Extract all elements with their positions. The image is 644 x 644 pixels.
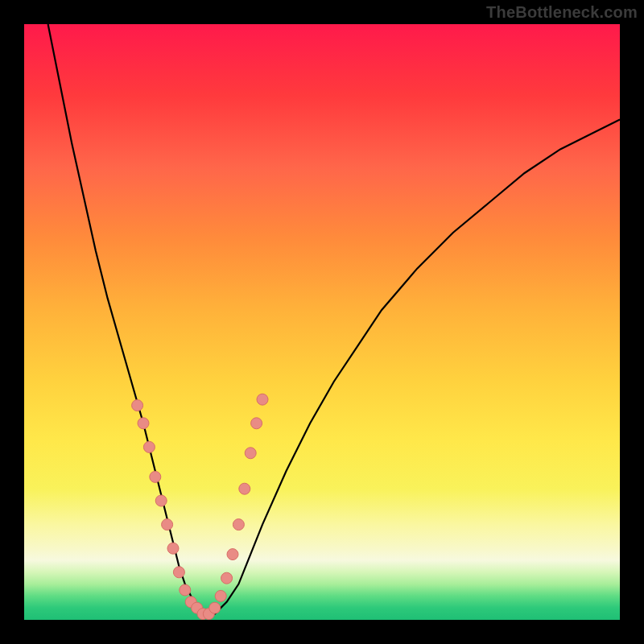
curve-marker bbox=[227, 549, 238, 560]
curve-marker bbox=[132, 400, 143, 411]
curve-marker bbox=[215, 590, 226, 601]
curve-marker bbox=[251, 418, 262, 429]
curve-marker bbox=[150, 471, 161, 482]
curve-marker bbox=[143, 441, 155, 452]
curve-marker bbox=[167, 543, 179, 554]
chart-overlay bbox=[24, 24, 620, 620]
curve-marker bbox=[162, 519, 173, 530]
curve-marker bbox=[138, 418, 149, 429]
curve-marker bbox=[257, 394, 268, 405]
curve-marker bbox=[245, 448, 256, 459]
curve-marker bbox=[180, 584, 191, 596]
bottleneck-curve bbox=[48, 24, 620, 614]
curve-marker bbox=[209, 602, 221, 613]
watermark-text: TheBottleneck.com bbox=[486, 3, 638, 22]
curve-marker bbox=[173, 567, 184, 578]
plot-area bbox=[24, 24, 620, 620]
curve-marker bbox=[233, 519, 244, 530]
curve-markers bbox=[132, 394, 268, 619]
curve-marker bbox=[155, 495, 167, 506]
curve-marker bbox=[221, 572, 233, 584]
chart-frame: TheBottleneck.com bbox=[0, 0, 644, 644]
curve-marker bbox=[239, 483, 250, 494]
